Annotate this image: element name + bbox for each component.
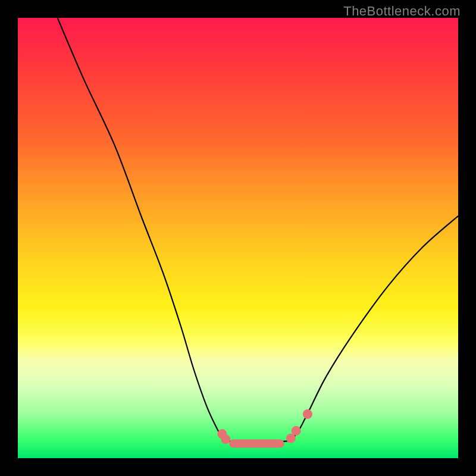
marker-group bbox=[217, 409, 312, 448]
curve-group bbox=[58, 18, 458, 443]
data-marker bbox=[303, 409, 312, 419]
plot-area bbox=[18, 18, 458, 458]
curve-left-branch bbox=[58, 18, 226, 441]
data-marker bbox=[292, 426, 301, 436]
curve-right-branch bbox=[289, 216, 458, 441]
watermark-text: TheBottleneck.com bbox=[343, 4, 461, 19]
outer-frame: TheBottleneck.com bbox=[0, 0, 476, 476]
curve-svg bbox=[18, 18, 458, 458]
bottom-marker-bar bbox=[229, 440, 284, 448]
data-marker bbox=[221, 434, 230, 444]
